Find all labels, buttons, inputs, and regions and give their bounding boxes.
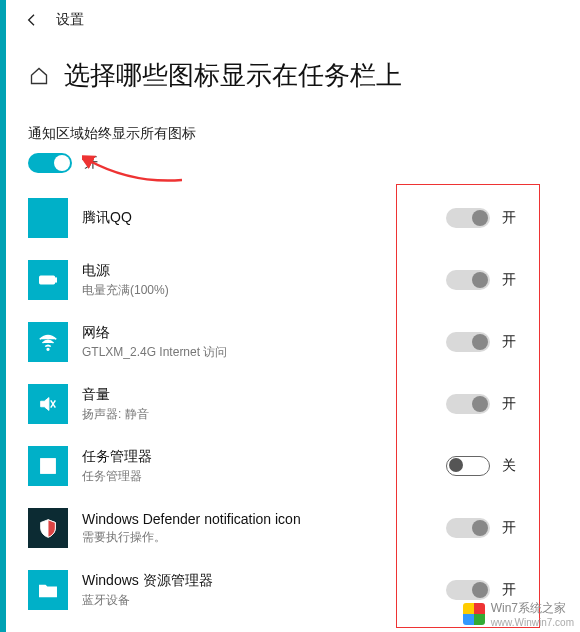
svg-rect-2 (54, 278, 56, 282)
item-toggle-wrap: 开 (446, 394, 516, 414)
item-title: 腾讯QQ (82, 209, 132, 227)
item-toggle-label: 开 (502, 271, 516, 289)
shield-icon (28, 508, 68, 548)
item-toggle-label: 开 (502, 581, 516, 599)
item-toggle-wrap: 开 (446, 332, 516, 352)
item-text: 腾讯QQ (82, 209, 132, 227)
title-row: 选择哪些图标显示在任务栏上 (0, 40, 580, 103)
watermark-url: www.Winwin7.com (491, 617, 574, 628)
item-text: 电源电量充满(100%) (82, 262, 169, 299)
item-title: 音量 (82, 386, 149, 404)
list-item: 腾讯QQ开 (28, 187, 580, 249)
item-title: 网络 (82, 324, 227, 342)
battery-icon (28, 260, 68, 300)
item-toggle-label: 开 (502, 209, 516, 227)
item-toggle[interactable] (446, 208, 490, 228)
page-title: 选择哪些图标显示在任务栏上 (64, 58, 402, 93)
header-bar: 设置 (0, 0, 580, 40)
item-subtitle: 任务管理器 (82, 468, 152, 485)
item-toggle[interactable] (446, 332, 490, 352)
item-toggle[interactable] (446, 394, 490, 414)
svg-rect-7 (43, 461, 52, 470)
item-toggle-wrap: 关 (446, 456, 516, 476)
section-label: 通知区域始终显示所有图标 (28, 125, 552, 143)
arrow-left-icon (24, 12, 40, 28)
item-toggle-label: 开 (502, 395, 516, 413)
svg-point-3 (47, 348, 49, 350)
explorer-icon (28, 570, 68, 610)
item-toggle[interactable] (446, 270, 490, 290)
item-subtitle: 需要执行操作。 (82, 529, 301, 546)
item-toggle[interactable] (446, 580, 490, 600)
item-toggle-label: 关 (502, 457, 516, 475)
item-list: 腾讯QQ开电源电量充满(100%)开网络GTLXM_2.4G Internet … (0, 183, 580, 632)
item-title: 任务管理器 (82, 448, 152, 466)
item-subtitle: 电量充满(100%) (82, 282, 169, 299)
master-toggle-row: 开 (28, 153, 552, 173)
item-text: 音量扬声器: 静音 (82, 386, 149, 423)
list-item: Windows Defender notification icon需要执行操作… (28, 497, 580, 559)
item-toggle-wrap: 开 (446, 270, 516, 290)
master-toggle-label: 开 (84, 154, 98, 172)
header-title: 设置 (56, 11, 84, 29)
master-section: 通知区域始终显示所有图标 开 (0, 103, 580, 173)
qq-icon (28, 198, 68, 238)
master-toggle[interactable] (28, 153, 72, 173)
home-icon[interactable] (28, 65, 50, 87)
windows-logo-icon (463, 603, 485, 625)
item-text: 网络GTLXM_2.4G Internet 访问 (82, 324, 227, 361)
item-subtitle: GTLXM_2.4G Internet 访问 (82, 344, 227, 361)
list-item: 网络GTLXM_2.4G Internet 访问开 (28, 311, 580, 373)
wifi-icon (28, 322, 68, 362)
item-toggle-wrap: 开 (446, 208, 516, 228)
task-icon (28, 446, 68, 486)
item-toggle-label: 开 (502, 519, 516, 537)
volume-icon (28, 384, 68, 424)
svg-rect-1 (40, 276, 55, 283)
item-subtitle: 蓝牙设备 (82, 592, 213, 609)
item-toggle[interactable] (446, 456, 490, 476)
item-title: Windows Defender notification icon (82, 511, 301, 527)
item-title: Windows 资源管理器 (82, 572, 213, 590)
list-item: 任务管理器任务管理器关 (28, 435, 580, 497)
watermark-title: Win7系统之家 (491, 601, 566, 615)
item-toggle-wrap: 开 (446, 518, 516, 538)
back-button[interactable] (14, 2, 50, 38)
item-subtitle: 扬声器: 静音 (82, 406, 149, 423)
watermark: Win7系统之家 www.Winwin7.com (463, 600, 574, 628)
item-toggle-wrap: 开 (446, 580, 516, 600)
item-toggle-label: 开 (502, 333, 516, 351)
list-item: 音量扬声器: 静音开 (28, 373, 580, 435)
item-toggle[interactable] (446, 518, 490, 538)
item-text: 任务管理器任务管理器 (82, 448, 152, 485)
item-text: Windows 资源管理器蓝牙设备 (82, 572, 213, 609)
item-title: 电源 (82, 262, 169, 280)
list-item: 电源电量充满(100%)开 (28, 249, 580, 311)
item-text: Windows Defender notification icon需要执行操作… (82, 511, 301, 546)
